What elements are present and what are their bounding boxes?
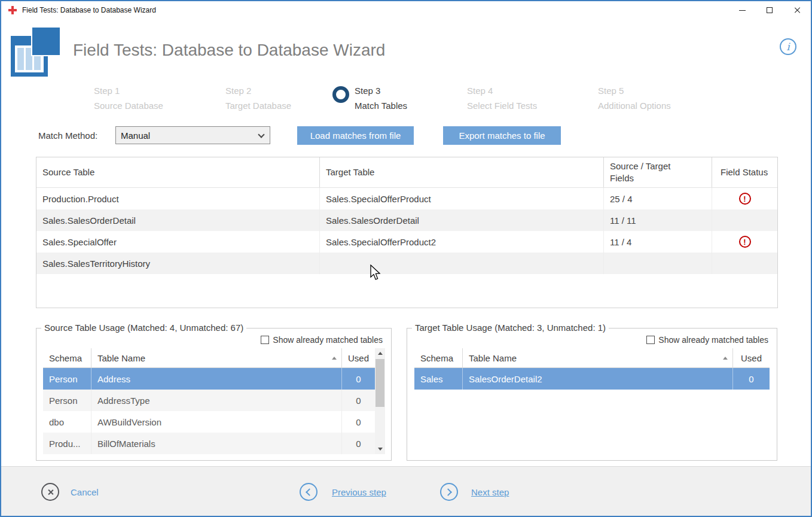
target-header-used[interactable]: Used bbox=[732, 348, 770, 367]
scroll-up-button[interactable] bbox=[375, 348, 385, 358]
arrow-down-icon bbox=[378, 448, 383, 451]
footer-bar: Cancel Previous step Next step bbox=[1, 466, 811, 516]
target-usage-title: Target Table Usage (Matched: 3, Unmatche… bbox=[412, 323, 609, 333]
page-title: Field Tests: Database to Database Wizard bbox=[73, 41, 385, 60]
match-table: Source Table Target Table Source / Targe… bbox=[36, 157, 778, 308]
scroll-down-button[interactable] bbox=[375, 444, 385, 454]
source-header-schema[interactable]: Schema bbox=[43, 348, 91, 367]
show-matched-label: Show already matched tables bbox=[658, 335, 768, 345]
minimize-button[interactable] bbox=[728, 1, 756, 19]
export-matches-button[interactable]: Export matches to file bbox=[443, 126, 561, 145]
match-table-row[interactable]: Production.Product Sales.SpecialOfferPro… bbox=[36, 188, 777, 209]
step-5-additional-options: Step 5 Additional Options bbox=[598, 83, 671, 113]
match-table-row[interactable]: Sales.SalesTerritoryHistory bbox=[36, 253, 777, 274]
show-matched-checkbox[interactable] bbox=[646, 336, 655, 344]
maximize-icon bbox=[767, 7, 773, 13]
sort-ascending-icon bbox=[332, 357, 337, 360]
step-4-select-field-tests: Step 4 Select Field Tests bbox=[467, 83, 537, 113]
source-table-row[interactable]: Person Address 0 bbox=[43, 368, 375, 390]
maximize-button[interactable] bbox=[756, 1, 783, 19]
header-source-table: Source Table bbox=[36, 157, 319, 187]
app-logo-icon bbox=[11, 28, 61, 78]
match-method-value: Manual bbox=[121, 130, 150, 141]
match-table-header: Source Table Target Table Source / Targe… bbox=[36, 157, 777, 188]
app-window: Field Tests: Database to Database Wizard… bbox=[0, 0, 812, 517]
target-table-row[interactable]: Sales SalesOrderDetail2 0 bbox=[414, 368, 770, 390]
show-matched-checkbox[interactable] bbox=[261, 336, 269, 344]
match-method-dropdown[interactable]: Manual bbox=[115, 126, 270, 144]
target-usage-table: Schema Table Name Used Sales SalesOrderD… bbox=[414, 348, 770, 390]
close-button[interactable] bbox=[783, 1, 811, 19]
previous-step-label[interactable]: Previous step bbox=[332, 487, 386, 497]
source-table-row[interactable]: Produ... BillOfMaterials 0 bbox=[43, 433, 375, 454]
header-target-table: Target Table bbox=[319, 157, 603, 187]
chevron-left-icon bbox=[306, 488, 313, 496]
minimize-icon bbox=[739, 10, 746, 11]
cancel-button[interactable] bbox=[41, 483, 59, 501]
match-table-row[interactable]: Sales.SalesOrderDetail Sales.SalesOrderD… bbox=[36, 209, 777, 231]
window-controls bbox=[728, 1, 811, 19]
source-header-table-name[interactable]: Table Name bbox=[91, 348, 341, 367]
chevron-down-icon bbox=[258, 131, 264, 138]
source-show-matched-row: Show already matched tables bbox=[261, 335, 383, 345]
field-status-error-icon: ! bbox=[739, 236, 751, 248]
target-show-matched-row: Show already matched tables bbox=[646, 335, 768, 345]
next-step-button[interactable] bbox=[440, 483, 458, 501]
cancel-label[interactable]: Cancel bbox=[71, 487, 99, 497]
load-matches-button[interactable]: Load matches from file bbox=[297, 126, 414, 145]
match-method-label: Match Method: bbox=[38, 130, 97, 141]
close-icon bbox=[793, 7, 801, 14]
step-1-source-database: Step 1 Source Database bbox=[94, 83, 163, 113]
show-matched-label: Show already matched tables bbox=[273, 335, 383, 345]
step-3-match-tables: Step 3 Match Tables bbox=[355, 83, 407, 113]
header-source-target-fields: Source / Target Fields bbox=[603, 157, 712, 187]
current-step-ring-icon bbox=[332, 86, 349, 103]
target-header-schema[interactable]: Schema bbox=[414, 348, 462, 367]
source-table-usage-group: Source Table Usage (Matched: 4, Unmatche… bbox=[36, 328, 392, 461]
sort-ascending-icon bbox=[723, 357, 728, 360]
window-title: Field Tests: Database to Database Wizard bbox=[22, 6, 156, 14]
arrow-up-icon bbox=[378, 352, 383, 355]
previous-step-button[interactable] bbox=[300, 483, 318, 501]
source-header-used[interactable]: Used bbox=[341, 348, 375, 367]
titlebar: Field Tests: Database to Database Wizard bbox=[1, 1, 811, 19]
logo-front-square bbox=[32, 28, 60, 55]
scrollbar-thumb[interactable] bbox=[376, 359, 384, 407]
source-table-row[interactable]: dbo AWBuildVersion 0 bbox=[43, 411, 375, 433]
info-button[interactable]: i bbox=[780, 38, 796, 55]
vertical-scrollbar[interactable] bbox=[375, 348, 385, 454]
close-icon bbox=[47, 489, 54, 495]
info-icon: i bbox=[786, 42, 789, 52]
source-usage-title: Source Table Usage (Matched: 4, Unmatche… bbox=[41, 323, 246, 333]
source-table-row[interactable]: Person AddressType 0 bbox=[43, 390, 375, 411]
match-table-row[interactable]: Sales.SpecialOffer Sales.SpecialOfferPro… bbox=[36, 231, 777, 253]
app-icon bbox=[8, 6, 17, 14]
chevron-right-icon bbox=[444, 488, 452, 496]
step-2-target-database: Step 2 Target Database bbox=[225, 83, 291, 113]
next-step-label[interactable]: Next step bbox=[471, 487, 509, 497]
target-table-usage-group: Target Table Usage (Matched: 3, Unmatche… bbox=[407, 328, 777, 461]
header-field-status: Field Status bbox=[712, 157, 777, 187]
source-usage-table: Schema Table Name Used Person Address 0 … bbox=[43, 348, 375, 454]
field-status-error-icon: ! bbox=[739, 193, 751, 205]
target-header-table-name[interactable]: Table Name bbox=[462, 348, 732, 367]
